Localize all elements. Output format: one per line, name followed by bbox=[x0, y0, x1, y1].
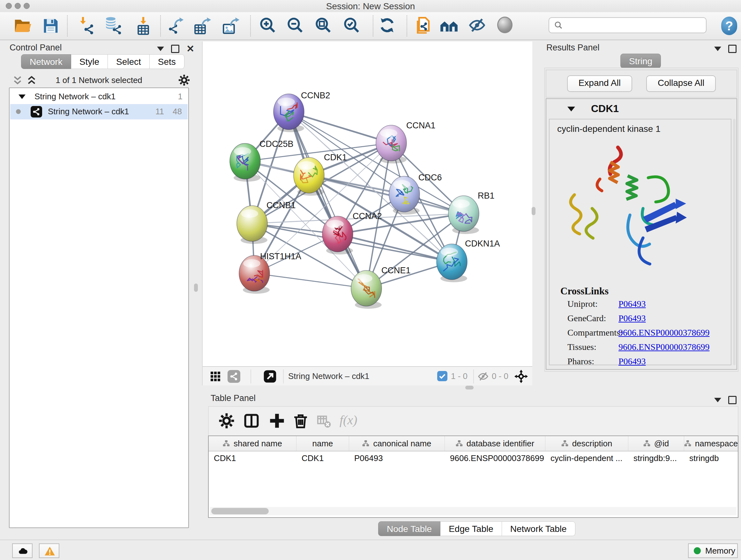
zoom-in-icon[interactable] bbox=[259, 17, 278, 35]
network-badge-icon[interactable] bbox=[227, 370, 240, 383]
show-columns-icon[interactable] bbox=[243, 413, 260, 429]
crosslink-label: Compartments: bbox=[567, 327, 623, 338]
crosslink-link[interactable]: 9606.ENSP00000378699 bbox=[618, 327, 710, 338]
string-query-houses-icon[interactable] bbox=[440, 17, 459, 35]
toolbar-separator bbox=[250, 15, 251, 37]
gene-section-header[interactable]: CDK1 bbox=[546, 99, 737, 119]
cell-description[interactable]: cyclin-dependent ... bbox=[545, 451, 628, 465]
crosslink-row: Compartments: 9606.ENSP00000378699 bbox=[567, 327, 727, 341]
column-header-canonical-name[interactable]: canonical name bbox=[349, 436, 445, 451]
grid-view-icon[interactable] bbox=[210, 371, 221, 382]
cell-namespace[interactable]: stringdb bbox=[684, 451, 738, 465]
crosslink-label: GeneCard: bbox=[567, 313, 606, 323]
cell-name[interactable]: CDK1 bbox=[296, 451, 349, 465]
panel-menu-icon[interactable] bbox=[714, 47, 721, 51]
cloud-services-button[interactable] bbox=[12, 543, 32, 558]
fit-content-icon[interactable] bbox=[315, 17, 333, 35]
tab-sets[interactable]: Sets bbox=[150, 54, 185, 69]
network-edge-CCNB2-CCNE1[interactable] bbox=[289, 112, 366, 288]
table-panel-title: Table Panel bbox=[211, 393, 256, 403]
search-icon bbox=[554, 21, 562, 29]
right-splitter-grip[interactable] bbox=[532, 207, 536, 215]
apply-layout-icon[interactable] bbox=[379, 17, 397, 35]
results-scrollbar[interactable] bbox=[733, 119, 736, 365]
gene-collapse-icon[interactable] bbox=[567, 107, 575, 111]
import-network-database-icon[interactable] bbox=[104, 17, 123, 35]
panel-float-icon[interactable] bbox=[728, 45, 737, 53]
create-column-icon[interactable] bbox=[269, 413, 285, 429]
tab-network-table[interactable]: Network Table bbox=[502, 521, 576, 536]
network-selection-summary: 1 of 1 Network selected bbox=[10, 75, 188, 85]
network-node-label-CCNB1: CCNB1 bbox=[266, 200, 296, 210]
column-header-namespace[interactable]: namespace bbox=[684, 436, 738, 451]
detach-view-icon[interactable] bbox=[263, 370, 277, 383]
panel-menu-icon[interactable] bbox=[714, 398, 721, 402]
column-header-id[interactable]: @id bbox=[628, 436, 684, 451]
crosslink-link[interactable]: P06493 bbox=[618, 299, 646, 309]
tab-edge-table[interactable]: Edge Table bbox=[441, 521, 502, 536]
network-node-count: 11 bbox=[155, 107, 164, 117]
network-row-selected[interactable]: String Network – cdk1 11 48 bbox=[10, 104, 188, 119]
warnings-button[interactable] bbox=[39, 543, 59, 558]
crosslink-link[interactable]: P06493 bbox=[618, 356, 646, 367]
selected-checkbox-icon[interactable] bbox=[437, 371, 448, 381]
crosslink-link[interactable]: 9606.ENSP00000378699 bbox=[618, 342, 710, 352]
network-canvas[interactable]: CCNB2CCNA1CDC25BCDK1CDC6RB1CCNB1CCNA2CDK… bbox=[203, 42, 532, 366]
table-horizontal-scrollbar[interactable] bbox=[210, 507, 737, 515]
graphics-details-eye-icon[interactable] bbox=[468, 17, 487, 35]
column-header-shared-name[interactable]: shared name bbox=[209, 436, 296, 451]
export-image-icon[interactable] bbox=[222, 17, 241, 35]
network-collection-row[interactable]: String Network – cdk1 1 bbox=[10, 90, 188, 104]
export-network-icon[interactable] bbox=[167, 17, 186, 35]
network-edge-CDC6-CDC25B[interactable] bbox=[245, 161, 404, 194]
open-session-icon[interactable] bbox=[13, 17, 32, 35]
birdseye-crosshair-icon[interactable] bbox=[514, 369, 528, 383]
delete-column-trash-icon[interactable] bbox=[292, 413, 309, 429]
gene-details: cyclin-dependent kinase 1 CrossLinks Un bbox=[549, 119, 731, 365]
table-row[interactable]: CDK1 CDK1 P06493 9606.ENSP00000378699 cy… bbox=[209, 451, 738, 465]
bottom-splitter-grip[interactable] bbox=[465, 386, 474, 389]
import-network-file-icon[interactable] bbox=[77, 17, 96, 35]
panel-float-icon[interactable] bbox=[728, 396, 737, 404]
panel-menu-icon[interactable] bbox=[157, 47, 164, 51]
left-splitter-grip[interactable] bbox=[194, 284, 198, 292]
gene-section: CDK1 cyclin-dependent kinase 1 CrossLi bbox=[546, 98, 737, 370]
import-table-icon[interactable] bbox=[134, 17, 152, 35]
network-options-gear-icon[interactable] bbox=[178, 74, 190, 86]
table-settings-gear-icon[interactable] bbox=[218, 413, 235, 429]
collapse-all-button[interactable]: Collapse All bbox=[646, 75, 716, 92]
tab-node-table[interactable]: Node Table bbox=[378, 521, 441, 536]
crosslink-row: Uniprot: P06493 bbox=[567, 299, 727, 313]
column-header-database-identifier[interactable]: database identifier bbox=[445, 436, 545, 451]
inspector-sphere-icon[interactable] bbox=[497, 17, 516, 35]
column-header-description[interactable]: description bbox=[545, 436, 628, 451]
network-edge-CCNB2-CCNA1[interactable] bbox=[289, 112, 391, 143]
memory-button[interactable]: Memory bbox=[688, 543, 738, 558]
crosslink-link[interactable]: P06493 bbox=[618, 313, 646, 323]
cell-canonical-name[interactable]: P06493 bbox=[349, 451, 445, 465]
export-table-icon[interactable] bbox=[194, 17, 212, 35]
cell-shared-name[interactable]: CDK1 bbox=[209, 451, 296, 465]
expand-all-button[interactable]: Expand All bbox=[567, 75, 632, 92]
zoom-selected-icon[interactable] bbox=[343, 17, 361, 35]
cell-database-identifier[interactable]: 9606.ENSP00000378699 bbox=[445, 451, 545, 465]
network-view-title: String Network – cdk1 bbox=[288, 371, 369, 381]
column-header-name[interactable]: name bbox=[296, 436, 349, 451]
panel-float-icon[interactable] bbox=[171, 45, 179, 53]
tab-style[interactable]: Style bbox=[71, 54, 108, 69]
network-edge-CCNE1-HIST1H1A[interactable] bbox=[254, 273, 366, 288]
cell-id[interactable]: stringdb:9... bbox=[628, 451, 684, 465]
tab-network[interactable]: Network bbox=[21, 54, 71, 69]
scrollbar-thumb[interactable] bbox=[211, 508, 269, 514]
tab-select[interactable]: Select bbox=[108, 54, 150, 69]
results-buttons-row: Expand All Collapse All bbox=[546, 70, 737, 98]
help-button[interactable]: ? bbox=[721, 17, 737, 35]
search-input[interactable] bbox=[568, 19, 704, 32]
clone-network-icon[interactable] bbox=[414, 17, 432, 35]
save-session-icon[interactable] bbox=[42, 17, 60, 35]
panel-close-icon[interactable]: ✕ bbox=[186, 46, 194, 52]
network-node-label-CCNE1: CCNE1 bbox=[381, 266, 411, 275]
tab-string[interactable]: String bbox=[620, 54, 661, 68]
zoom-out-icon[interactable] bbox=[286, 17, 305, 35]
collection-expand-icon[interactable] bbox=[18, 95, 25, 99]
